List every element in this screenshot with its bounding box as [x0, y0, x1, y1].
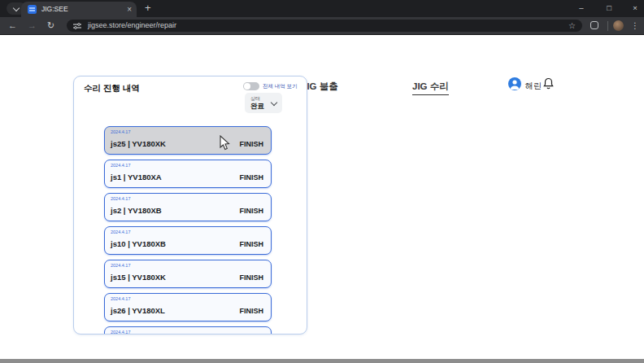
site-header: SAMSUNG SDI 보수 요청 JIG 불출 JIG 수리 해린 [0, 35, 644, 72]
url-text: jigsee.store/engineer/repair [88, 20, 176, 32]
forward-icon: → [28, 17, 37, 34]
repair-list-item[interactable]: 2024.4.17 js2 | YV180XB FINISH [104, 193, 272, 221]
extensions-icon[interactable] [590, 21, 598, 29]
user-avatar[interactable] [508, 77, 521, 90]
tab-close-icon[interactable]: × [127, 2, 132, 17]
show-all-toggle[interactable] [243, 82, 259, 90]
person-icon [508, 77, 521, 90]
item-date: 2024.4.17 [111, 263, 130, 268]
browser-toolbar: ← → ↻ jigsee.store/engineer/repair ☆ ⋮ [0, 17, 644, 35]
item-label: js1 | YV180XA [111, 173, 162, 182]
item-date: 2024.4.17 [111, 196, 130, 201]
repair-list: 2024.4.17 js25 | YV180XK FINISH 2024.4.1… [104, 126, 272, 335]
item-date: 2024.4.17 [111, 230, 130, 234]
browser-menu-icon[interactable]: ⋮ [631, 17, 639, 34]
address-bar[interactable]: jigsee.store/engineer/repair ☆ [67, 20, 582, 32]
screen: JIG:SEE × + – □ × ← → ↻ jigsee.store/eng… [0, 0, 644, 363]
repair-list-item[interactable]: 2024.4.17 [104, 326, 272, 335]
panel-title: 수리 진행 내역 [84, 83, 140, 94]
item-date: 2024.4.17 [111, 163, 130, 168]
repair-list-item[interactable]: 2024.4.17 js10 | YV180XB FINISH [104, 226, 272, 255]
toggle-knob [244, 83, 250, 90]
reload-icon[interactable]: ↻ [47, 17, 54, 34]
tab-title: JIG:SEE [41, 2, 68, 17]
browser-profile-avatar[interactable] [613, 20, 624, 31]
notification-bell-icon[interactable] [543, 77, 554, 90]
item-label: js25 | YV180XK [111, 139, 166, 148]
status-filter-dropdown[interactable]: 상태 완료 [245, 93, 282, 113]
chevron-down-icon [271, 99, 277, 106]
item-label: js26 | YV180XL [111, 306, 165, 315]
item-label: js10 | YV180XB [111, 239, 166, 248]
item-status: FINISH [239, 207, 263, 215]
chevron-down-icon [13, 5, 20, 11]
item-status: FINISH [239, 140, 263, 148]
site-favicon-icon [28, 5, 37, 14]
repair-panel: 수리 진행 내역 전체 내역 보기 상태 완료 2024.4.17 js25 |… [73, 76, 307, 335]
toggle-label: 전체 내역 보기 [263, 82, 300, 90]
item-label: js2 | YV180XB [111, 206, 162, 215]
repair-list-item[interactable]: 2024.4.17 js15 | YV180XK FINISH [104, 260, 272, 288]
item-status: FINISH [239, 307, 263, 315]
browser-tab[interactable]: JIG:SEE × [21, 2, 137, 17]
new-tab-button[interactable]: + [145, 0, 151, 16]
item-status: FINISH [239, 240, 263, 248]
item-date: 2024.4.17 [111, 330, 130, 335]
mouse-cursor [220, 135, 230, 151]
item-date: 2024.4.17 [111, 296, 130, 301]
window-minimize-button[interactable]: – [574, 0, 589, 15]
site-info-icon [73, 23, 81, 29]
repair-list-item[interactable]: 2024.4.17 js1 | YV180XA FINISH [104, 160, 272, 188]
taskbar-strip [0, 359, 644, 363]
user-name: 해린 [525, 81, 542, 92]
back-icon[interactable]: ← [8, 17, 17, 34]
filter-value: 완료 [250, 102, 264, 112]
item-label: js15 | YV180XK [111, 273, 166, 282]
item-status: FINISH [239, 173, 263, 182]
nav-item-jig-repair[interactable]: JIG 수리 [412, 81, 449, 95]
repair-list-item[interactable]: 2024.4.17 js26 | YV180XL FINISH [104, 293, 272, 321]
browser-tab-strip: JIG:SEE × + – □ × [0, 0, 644, 17]
bookmark-star-icon[interactable]: ☆ [568, 20, 576, 32]
window-maximize-button[interactable]: □ [602, 0, 616, 15]
item-date: 2024.4.17 [111, 129, 130, 134]
toolbar-divider [607, 21, 608, 31]
repair-list-item[interactable]: 2024.4.17 js25 | YV180XK FINISH [104, 126, 272, 155]
window-close-button[interactable]: × [628, 0, 642, 15]
item-status: FINISH [239, 273, 263, 282]
